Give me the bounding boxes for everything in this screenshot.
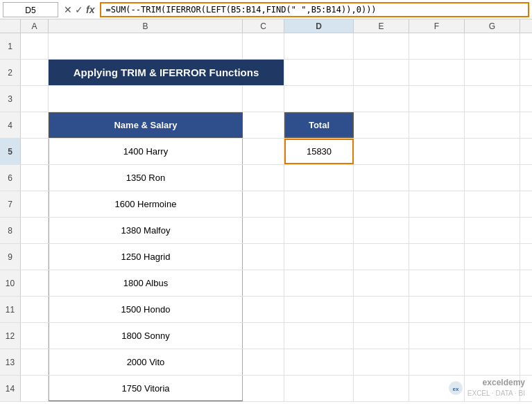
cell-b5[interactable]: 1400 Harry xyxy=(49,139,243,164)
cell-a1[interactable] xyxy=(21,33,49,59)
cell-a12[interactable] xyxy=(21,323,49,349)
cell-d6[interactable] xyxy=(284,165,354,191)
cell-a8[interactable] xyxy=(21,218,49,243)
cell-e11[interactable] xyxy=(354,297,409,322)
cell-c11[interactable] xyxy=(243,297,284,322)
cell-b2-title[interactable]: Applying TRIM & IFERROR Functions xyxy=(49,60,284,85)
cell-d7[interactable] xyxy=(284,191,354,217)
cell-d9[interactable] xyxy=(284,244,354,270)
cell-a6[interactable] xyxy=(21,165,49,191)
cell-d5[interactable]: 15830 xyxy=(284,139,354,164)
cell-d12[interactable] xyxy=(284,323,354,349)
cell-b13[interactable]: 2000 Vito xyxy=(49,349,243,375)
cell-e7[interactable] xyxy=(354,191,409,217)
cell-g2[interactable] xyxy=(465,60,520,85)
cell-d2[interactable] xyxy=(284,60,354,85)
cell-b11[interactable]: 1500 Hondo xyxy=(49,297,243,322)
cell-b9[interactable]: 1250 Hagrid xyxy=(49,244,243,270)
cell-g1[interactable] xyxy=(465,33,520,59)
cell-c9[interactable] xyxy=(243,244,284,270)
confirm-icon[interactable]: ✓ xyxy=(75,4,83,15)
formula-input[interactable]: =SUM(--TRIM(IFERROR(LEFT(B5:B14,FIND(" "… xyxy=(100,2,529,17)
cell-f6[interactable] xyxy=(409,165,465,191)
cell-g10[interactable] xyxy=(465,270,520,296)
cell-c10[interactable] xyxy=(243,270,284,296)
cell-e5[interactable] xyxy=(354,139,409,164)
cell-d10[interactable] xyxy=(284,270,354,296)
cell-g3[interactable] xyxy=(465,86,520,112)
cell-f9[interactable] xyxy=(409,244,465,270)
cell-e13[interactable] xyxy=(354,349,409,375)
cell-g7[interactable] xyxy=(465,191,520,217)
cell-e8[interactable] xyxy=(354,218,409,243)
cell-b1[interactable] xyxy=(49,33,243,59)
cell-g12[interactable] xyxy=(465,323,520,349)
cell-b10[interactable]: 1800 Albus xyxy=(49,270,243,296)
cell-b6[interactable]: 1350 Ron xyxy=(49,165,243,191)
cell-e3[interactable] xyxy=(354,86,409,112)
cell-e14[interactable] xyxy=(354,376,409,401)
cell-d13[interactable] xyxy=(284,349,354,375)
cell-c4[interactable] xyxy=(243,112,284,138)
cell-d14[interactable] xyxy=(284,376,354,401)
cancel-icon[interactable]: ✕ xyxy=(64,4,72,15)
cell-f10[interactable] xyxy=(409,270,465,296)
cell-d11[interactable] xyxy=(284,297,354,322)
cell-a3[interactable] xyxy=(21,86,49,112)
cell-a11[interactable] xyxy=(21,297,49,322)
cell-b12[interactable]: 1800 Sonny xyxy=(49,323,243,349)
cell-c3[interactable] xyxy=(243,86,284,112)
cell-g6[interactable] xyxy=(465,165,520,191)
cell-b14[interactable]: 1750 Vitoria xyxy=(49,376,243,401)
cell-c1[interactable] xyxy=(243,33,284,59)
cell-a2[interactable] xyxy=(21,60,49,85)
cell-c5[interactable] xyxy=(243,139,284,164)
cell-c7[interactable] xyxy=(243,191,284,217)
cell-f11[interactable] xyxy=(409,297,465,322)
cell-e10[interactable] xyxy=(354,270,409,296)
cell-a9[interactable] xyxy=(21,244,49,270)
cell-g9[interactable] xyxy=(465,244,520,270)
function-icon[interactable]: fx xyxy=(86,4,94,15)
cell-f7[interactable] xyxy=(409,191,465,217)
cell-a14[interactable] xyxy=(21,376,49,401)
cell-e1[interactable] xyxy=(354,33,409,59)
cell-e6[interactable] xyxy=(354,165,409,191)
cell-a10[interactable] xyxy=(21,270,49,296)
cell-a13[interactable] xyxy=(21,349,49,375)
cell-b3[interactable] xyxy=(49,86,243,112)
cell-c13[interactable] xyxy=(243,349,284,375)
cell-b4-header[interactable]: Name & Salary xyxy=(49,112,243,138)
cell-g13[interactable] xyxy=(465,349,520,375)
cell-c8[interactable] xyxy=(243,218,284,243)
cell-f13[interactable] xyxy=(409,349,465,375)
cell-e9[interactable] xyxy=(354,244,409,270)
cell-a4[interactable] xyxy=(21,112,49,138)
cell-d1[interactable] xyxy=(284,33,354,59)
cell-g11[interactable] xyxy=(465,297,520,322)
cell-f8[interactable] xyxy=(409,218,465,243)
cell-g4[interactable] xyxy=(465,112,520,138)
cell-c12[interactable] xyxy=(243,323,284,349)
cell-g8[interactable] xyxy=(465,218,520,243)
cell-e4[interactable] xyxy=(354,112,409,138)
cell-b8[interactable]: 1380 Malfoy xyxy=(49,218,243,243)
cell-a7[interactable] xyxy=(21,191,49,217)
cell-e12[interactable] xyxy=(354,323,409,349)
cell-c14[interactable] xyxy=(243,376,284,401)
cell-reference-box[interactable]: D5 xyxy=(3,2,58,17)
cell-f5[interactable] xyxy=(409,139,465,164)
cell-b7[interactable]: 1600 Hermoine xyxy=(49,191,243,217)
cell-f4[interactable] xyxy=(409,112,465,138)
cell-g5[interactable] xyxy=(465,139,520,164)
cell-d4-total-header[interactable]: Total xyxy=(284,112,354,138)
cell-a5[interactable] xyxy=(21,139,49,164)
cell-f2[interactable] xyxy=(409,60,465,85)
cell-f3[interactable] xyxy=(409,86,465,112)
cell-d8[interactable] xyxy=(284,218,354,243)
cell-f12[interactable] xyxy=(409,323,465,349)
cell-d3[interactable] xyxy=(284,86,354,112)
cell-e2[interactable] xyxy=(354,60,409,85)
cell-f1[interactable] xyxy=(409,33,465,59)
cell-c6[interactable] xyxy=(243,165,284,191)
